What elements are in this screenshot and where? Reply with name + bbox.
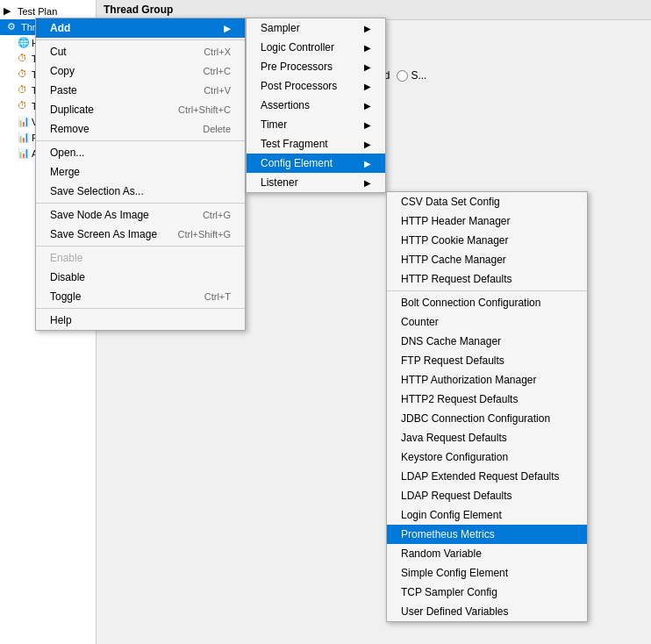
- prometheus-metrics-label: Prometheus Metrics: [401, 528, 495, 540]
- user-defined-variables-label: User Defined Variables: [401, 605, 509, 618]
- menu-item-random-variable[interactable]: Random Variable: [387, 544, 587, 563]
- menu-item-post-processors[interactable]: Post Processors ▶: [247, 76, 385, 96]
- menu-item-jdbc-connection[interactable]: JDBC Connection Configuration: [387, 409, 587, 428]
- menu-item-remove[interactable]: Remove Delete: [36, 119, 245, 139]
- menu-item-prometheus-metrics[interactable]: Prometheus Metrics: [387, 525, 587, 544]
- timer-icon: ⏱: [18, 68, 30, 81]
- ldap-request-label: LDAP Request Defaults: [401, 490, 512, 502]
- enable-label: Enable: [50, 252, 82, 264]
- timer-icon: ⏱: [18, 84, 30, 97]
- save-node-image-shortcut: Ctrl+G: [203, 210, 231, 220]
- menu-item-timer[interactable]: Timer ▶: [247, 115, 385, 134]
- menu-sep-2: [36, 140, 245, 141]
- menu-item-listener[interactable]: Listener ▶: [247, 173, 385, 192]
- menu-item-enable[interactable]: Enable: [36, 248, 245, 268]
- menu-item-open[interactable]: Open...: [36, 143, 245, 162]
- java-request-defaults-label: Java Request Defaults: [401, 432, 507, 444]
- menu-item-save-selection[interactable]: Save Selection As...: [36, 182, 245, 201]
- menu-item-counter[interactable]: Counter: [387, 312, 587, 332]
- menu-item-http-auth-manager[interactable]: HTTP Authorization Manager: [387, 370, 587, 390]
- prom-icon: 📊: [18, 132, 30, 144]
- menu-item-sampler[interactable]: Sampler ▶: [247, 18, 385, 38]
- menu-sep-3: [36, 203, 245, 204]
- menu-item-test-fragment[interactable]: Test Fragment ▶: [247, 134, 385, 154]
- menu-item-cut[interactable]: Cut Ctrl+X: [36, 42, 245, 61]
- listener-label: Listener: [261, 176, 298, 189]
- menu-item-http2-request-defaults[interactable]: HTTP2 Request Defaults: [387, 390, 587, 409]
- menu-item-user-defined-variables[interactable]: User Defined Variables: [387, 602, 587, 621]
- menu-item-ldap-extended[interactable]: LDAP Extended Request Defaults: [387, 467, 587, 486]
- http2-request-defaults-label: HTTP2 Request Defaults: [401, 393, 518, 405]
- menu-item-bolt-connection[interactable]: Bolt Connection Configuration: [387, 293, 587, 312]
- remove-shortcut: Delete: [203, 124, 231, 134]
- duplicate-shortcut: Ctrl+Shift+C: [178, 104, 231, 115]
- pre-processors-arrow-icon: ▶: [364, 62, 371, 72]
- bolt-connection-label: Bolt Connection Configuration: [401, 297, 540, 309]
- menu-item-add-label: Add: [50, 22, 70, 34]
- menu-item-paste-label: Paste: [50, 84, 77, 97]
- menu-item-http-request-defaults[interactable]: HTTP Request Defaults: [387, 269, 587, 289]
- menu-item-disable[interactable]: Disable: [36, 268, 245, 287]
- menu-item-save-node-image[interactable]: Save Node As Image Ctrl+G: [36, 205, 245, 225]
- menu-item-pre-processors[interactable]: Pre Processors ▶: [247, 57, 385, 76]
- test-fragment-arrow-icon: ▶: [364, 140, 371, 149]
- random-variable-label: Random Variable: [401, 547, 482, 560]
- menu-sep-4: [36, 246, 245, 247]
- context-menu-2: Sampler ▶ Logic Controller ▶ Pre Process…: [246, 18, 386, 193]
- menu-item-ftp-request-defaults[interactable]: FTP Request Defaults: [387, 351, 587, 370]
- counter-label: Counter: [401, 316, 439, 328]
- menu-item-tcp-sampler-config[interactable]: TCP Sampler Config: [387, 583, 587, 602]
- menu-item-dns-cache[interactable]: DNS Cache Manager: [387, 332, 587, 351]
- agg-icon: 📊: [18, 147, 30, 160]
- stop-s-radio[interactable]: [397, 70, 408, 82]
- save-screen-image-label: Save Screen As Image: [50, 228, 157, 240]
- menu-item-http-cache[interactable]: HTTP Cache Manager: [387, 250, 587, 269]
- menu-item-add[interactable]: Add ▶: [36, 18, 245, 38]
- help-label: Help: [50, 314, 72, 326]
- save-node-image-label: Save Node As Image: [50, 209, 149, 221]
- ldap-extended-label: LDAP Extended Request Defaults: [401, 470, 560, 483]
- menu-item-logic-controller[interactable]: Logic Controller ▶: [247, 38, 385, 57]
- menu-item-remove-label: Remove: [50, 123, 89, 135]
- assertions-label: Assertions: [261, 99, 310, 111]
- menu-item-save-screen-image[interactable]: Save Screen As Image Ctrl+Shift+G: [36, 225, 245, 244]
- menu-item-toggle[interactable]: Toggle Ctrl+T: [36, 287, 245, 306]
- http-auth-manager-label: HTTP Authorization Manager: [401, 374, 537, 386]
- menu-item-duplicate[interactable]: Duplicate Ctrl+Shift+C: [36, 100, 245, 119]
- timer-icon: ⏱: [18, 100, 30, 112]
- timer-label: Timer: [261, 118, 287, 131]
- login-config-label: Login Config Element: [401, 509, 502, 521]
- menu-item-merge[interactable]: Merge: [36, 162, 245, 182]
- menu-item-paste[interactable]: Paste Ctrl+V: [36, 81, 245, 100]
- tcp-sampler-config-label: TCP Sampler Config: [401, 586, 497, 598]
- panel-title: Thread Group: [104, 4, 173, 16]
- menu-item-http-header[interactable]: HTTP Header Manager: [387, 211, 587, 231]
- menu-item-open-label: Open...: [50, 147, 84, 159]
- context-menu-3: CSV Data Set Config HTTP Header Manager …: [386, 191, 588, 622]
- menu-item-keystore-config[interactable]: Keystore Configuration: [387, 447, 587, 467]
- logic-controller-arrow-icon: ▶: [364, 43, 371, 53]
- copy-shortcut: Ctrl+C: [204, 66, 231, 76]
- menu-item-login-config[interactable]: Login Config Element: [387, 505, 587, 525]
- disable-label: Disable: [50, 271, 85, 283]
- menu-item-java-request-defaults[interactable]: Java Request Defaults: [387, 428, 587, 447]
- menu-item-http-cookie[interactable]: HTTP Cookie Manager: [387, 231, 587, 250]
- save-screen-image-shortcut: Ctrl+Shift+G: [177, 229, 231, 240]
- menu-item-simple-config[interactable]: Simple Config Element: [387, 563, 587, 583]
- pre-processors-label: Pre Processors: [261, 61, 333, 73]
- threadgroup-icon: ⚙: [7, 21, 19, 33]
- sampler-arrow-icon: ▶: [364, 24, 371, 33]
- menu-item-config-element[interactable]: Config Element ▶: [247, 154, 385, 173]
- testplan-icon: ▶: [4, 5, 16, 18]
- http-icon: 🌐: [18, 37, 30, 49]
- menu-item-help[interactable]: Help: [36, 311, 245, 330]
- http-cache-label: HTTP Cache Manager: [401, 254, 506, 266]
- menu-item-csv-data[interactable]: CSV Data Set Config: [387, 192, 587, 211]
- listener-arrow-icon: ▶: [364, 178, 371, 188]
- menu-sep-1: [36, 39, 245, 40]
- menu-item-assertions[interactable]: Assertions ▶: [247, 96, 385, 115]
- menu-item-ldap-request[interactable]: LDAP Request Defaults: [387, 486, 587, 505]
- menu-item-copy-label: Copy: [50, 65, 75, 77]
- toggle-label: Toggle: [50, 290, 81, 303]
- menu-item-copy[interactable]: Copy Ctrl+C: [36, 61, 245, 81]
